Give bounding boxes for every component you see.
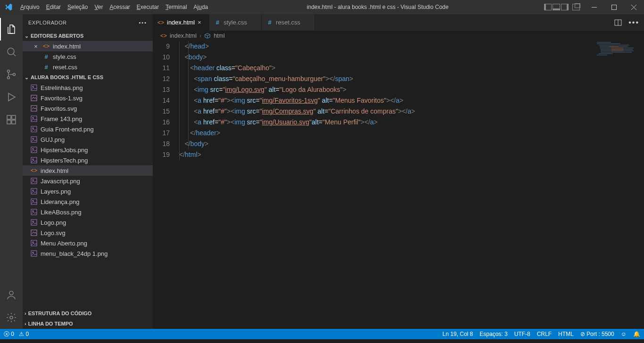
file-tree-item[interactable]: <>index.html xyxy=(23,165,153,176)
file-tree-item[interactable]: Favoritos-1.svg xyxy=(23,93,153,103)
layout-controls[interactable] xyxy=(544,4,580,10)
svg-rect-8 xyxy=(12,120,16,124)
feedback-icon[interactable]: ☺ xyxy=(621,331,627,337)
symbol-icon xyxy=(204,33,211,39)
open-editor-item[interactable]: ×<>index.html xyxy=(23,41,153,51)
maximize-button[interactable] xyxy=(605,0,622,14)
file-tree-item[interactable]: Liderança.png xyxy=(23,196,153,207)
svg-rect-18 xyxy=(31,126,37,132)
chevron-right-icon: › xyxy=(199,33,201,39)
chevron-down-icon: ⌄ xyxy=(25,74,29,81)
file-tree-item[interactable]: HipstersJobs.png xyxy=(23,145,153,155)
file-tree-item[interactable]: Layers.png xyxy=(23,186,153,196)
outline-header[interactable]: › ESTRUTURA DO CÓDIGO xyxy=(23,308,153,318)
search-icon[interactable] xyxy=(0,41,23,63)
minimap[interactable] xyxy=(595,41,637,79)
svg-file-icon xyxy=(30,229,38,237)
menu-terminal[interactable]: Terminal xyxy=(162,4,190,10)
file-tree-item[interactable]: Logo.svg xyxy=(23,228,153,238)
language-mode[interactable]: HTML xyxy=(558,331,574,337)
file-tree-item[interactable]: menu_black_24dp 1.png xyxy=(23,248,153,259)
close-button[interactable] xyxy=(625,0,642,14)
account-icon[interactable] xyxy=(0,284,23,306)
image-file-icon xyxy=(30,219,38,226)
editor-tab[interactable]: #reset.css xyxy=(262,14,315,31)
menu-bar: Arquivo Editar Seleção Ver Acessar Execu… xyxy=(17,4,211,10)
file-name: index.html xyxy=(41,167,68,174)
menu-editar[interactable]: Editar xyxy=(43,4,64,10)
encoding[interactable]: UTF-8 xyxy=(514,331,530,337)
html-file-icon: <> xyxy=(160,33,167,39)
extensions-icon[interactable] xyxy=(0,108,23,131)
editor-tab[interactable]: <>index.html× xyxy=(153,14,209,31)
menu-acessar[interactable]: Acessar xyxy=(106,4,133,10)
menu-arquivo[interactable]: Arquivo xyxy=(17,4,43,10)
file-tree-item[interactable]: GUJ.png xyxy=(23,134,153,145)
menu-ajuda[interactable]: Ajuda xyxy=(190,4,212,10)
file-tree-item[interactable]: Javascript.png xyxy=(23,176,153,186)
cursor-position[interactable]: Ln 19, Col 8 xyxy=(443,331,473,337)
svg-rect-24 xyxy=(31,157,37,163)
open-editor-item[interactable]: #reset.css xyxy=(23,62,153,72)
file-name: HipstersJobs.png xyxy=(41,147,88,154)
file-tree-item[interactable]: Favoritos.svg xyxy=(23,103,153,114)
indentation[interactable]: Espaços: 3 xyxy=(479,331,507,337)
svg-point-38 xyxy=(33,242,34,243)
file-tree-item[interactable]: Guia Front-end.png xyxy=(23,124,153,134)
open-editors-header[interactable]: ⌄ EDITORES ABERTOS xyxy=(23,31,153,41)
explorer-icon[interactable] xyxy=(0,18,23,41)
folder-header[interactable]: ⌄ ALURA BOOKS .HTML E CSS xyxy=(23,72,153,82)
settings-gear-icon[interactable] xyxy=(0,306,23,329)
svg-rect-26 xyxy=(31,178,37,184)
svg-rect-9 xyxy=(12,115,16,119)
file-tree-item[interactable]: Menu Aberto.png xyxy=(23,238,153,248)
svg-rect-22 xyxy=(31,147,37,153)
svg-rect-28 xyxy=(31,188,37,194)
file-tree-item[interactable]: Logo.png xyxy=(23,217,153,228)
live-server-port[interactable]: ⊘ Port : 5500 xyxy=(580,331,614,337)
svg-rect-1 xyxy=(611,5,616,9)
breadcrumb[interactable]: <> index.html › html xyxy=(153,31,644,41)
minimize-button[interactable] xyxy=(586,0,603,14)
file-tree-item[interactable]: HipstersTech.png xyxy=(23,155,153,165)
chevron-down-icon: ⌄ xyxy=(25,33,29,39)
file-name: Guia Front-end.png xyxy=(41,126,94,133)
file-tree-item[interactable]: Estrelinhas.png xyxy=(23,82,153,93)
window-title: index.html - alura books .html e css - V… xyxy=(211,4,544,10)
warnings-count[interactable]: ⚠ 0 xyxy=(19,331,29,337)
source-control-icon[interactable] xyxy=(0,63,23,86)
explorer-more-icon[interactable]: ••• xyxy=(139,20,147,25)
errors-count[interactable]: ⓧ 0 xyxy=(4,330,14,338)
file-name: LikeABoss.png xyxy=(41,209,82,216)
css-file-icon: # xyxy=(42,63,50,71)
menu-executar[interactable]: Executar xyxy=(133,4,162,10)
run-debug-icon[interactable] xyxy=(0,86,23,108)
svg-point-33 xyxy=(33,211,34,212)
split-editor-icon[interactable] xyxy=(614,19,622,26)
code-editor[interactable]: 910111213141516171819 </head> <body> <he… xyxy=(153,41,644,329)
html-file-icon: <> xyxy=(42,42,50,50)
svg-file-icon xyxy=(30,94,38,102)
image-file-icon xyxy=(30,156,38,164)
timeline-header[interactable]: › LINHA DO TEMPO xyxy=(23,318,153,329)
close-icon[interactable]: × xyxy=(32,43,40,50)
notifications-icon[interactable]: 🔔 xyxy=(633,331,640,337)
file-name: Frame 143.png xyxy=(41,115,82,122)
open-editor-item[interactable]: #style.css xyxy=(23,51,153,62)
file-tree-item[interactable]: LikeABoss.png xyxy=(23,207,153,217)
file-name: Favoritos-1.svg xyxy=(41,95,83,102)
eol[interactable]: CRLF xyxy=(537,331,552,337)
svg-point-35 xyxy=(33,221,34,222)
close-icon[interactable]: × xyxy=(198,19,204,26)
menu-ver[interactable]: Ver xyxy=(91,4,106,10)
more-actions-icon[interactable]: ••• xyxy=(628,18,639,27)
vscode-logo-icon xyxy=(0,3,17,11)
editor-area: <>index.html×#style.css#reset.css ••• <>… xyxy=(153,14,644,329)
svg-rect-37 xyxy=(31,240,37,246)
menu-selecao[interactable]: Seleção xyxy=(64,4,91,10)
svg-rect-0 xyxy=(592,7,597,8)
svg-rect-7 xyxy=(7,120,11,124)
editor-tab[interactable]: #style.css xyxy=(209,14,262,31)
file-name: Logo.png xyxy=(41,219,66,226)
file-tree-item[interactable]: Frame 143.png xyxy=(23,114,153,124)
